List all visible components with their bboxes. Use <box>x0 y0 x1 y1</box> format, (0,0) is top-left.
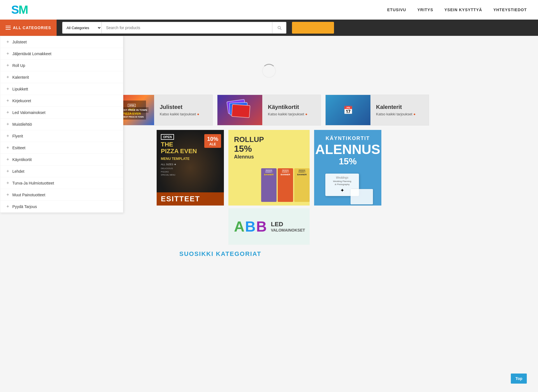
percent-badge-esitteet: 10% ALE <box>204 134 221 148</box>
banner-julisteet-text: Julisteet Katso kaikki tarjoukset ● <box>154 101 212 119</box>
toolbar: ALL CATEGORIES All Categories Julisteet … <box>0 20 538 36</box>
search-icon <box>277 25 282 30</box>
category-select[interactable]: All Categories Julisteet Käyntikortit <box>62 22 101 34</box>
category-icon-rollup: ✦ <box>6 63 10 68</box>
banner-kayntikortit-image <box>217 95 262 125</box>
card-visual-secondary <box>351 189 373 204</box>
category-icon-jaljentavat: ✦ <box>6 51 10 56</box>
dropdown-item-turva[interactable]: ✦ Turva-Ja Hulmiotuotteet <box>0 177 123 189</box>
dropdown-item-julisteet[interactable]: ✦ Julisteet <box>0 36 123 48</box>
led-letter-b1: B <box>245 219 256 234</box>
rollup-title: ROLLUP <box>234 136 304 144</box>
led-subtitle: VALOMAINOKSET <box>271 228 305 232</box>
dropdown-item-flyerit[interactable]: ✦ Flyerit <box>0 130 123 142</box>
card-layer-3 <box>231 104 251 118</box>
arrow-icon-kayntikortit: ● <box>305 112 307 116</box>
action-button[interactable] <box>292 22 334 34</box>
banner-kalenterit-card[interactable]: 📅 Kalenterit Katso kaikki tarjoukset ● <box>325 95 429 125</box>
dropdown-item-led[interactable]: ✦ Led Valomainokset <box>0 107 123 118</box>
banner-julisteet[interactable]: OPEN THEPIZZA EVEN LOWEST PRICE IN TOWN … <box>109 95 213 125</box>
led-text-area: LED VALOMAINOKSET <box>271 221 305 232</box>
logo[interactable]: SM <box>11 3 28 17</box>
all-categories-button[interactable]: ALL CATEGORIES <box>0 20 57 36</box>
dropdown-item-lipukkett[interactable]: ✦ Lipukkett <box>0 83 123 95</box>
category-icon-pyyyda: ✦ <box>6 204 10 209</box>
promo-led[interactable]: A B B LED VALOMAINOKSET <box>228 208 310 245</box>
rollup-percent: 15% <box>234 144 304 154</box>
category-icon-lipukkett: ✦ <box>6 86 10 92</box>
loading-spinner <box>262 64 276 78</box>
header: SM ETUSIVU YRITYS YSEIN KYSYTTYÄ YHTEYST… <box>0 0 538 20</box>
nav-usein[interactable]: YSEIN KYSYTTYÄ <box>444 8 482 12</box>
rollup-content: ROLLUP 15% Alennus <box>228 130 310 165</box>
esitteet-label: ESITTEET <box>161 195 200 203</box>
mini-banner-2: DESIGN AGENCY BANNER <box>278 168 293 202</box>
kaynti-cards-image: Weddings Wedding Planning& Photography ✦ <box>323 171 373 204</box>
category-icon-lehdet: ✦ <box>6 169 10 174</box>
hamburger-icon <box>6 26 11 30</box>
category-icon-esitteet: ✦ <box>6 145 10 150</box>
percent-number: 10% <box>207 136 218 142</box>
banner-kayntikortit-subtitle: Katso kaikki tarjoukset ● <box>268 112 315 116</box>
category-icon-flyerit: ✦ <box>6 133 10 139</box>
suosikki-title: SUOSIKKI KATEGORIAT <box>11 250 527 258</box>
led-letter-a: A <box>234 219 245 234</box>
dropdown-item-jaljentavat[interactable]: ✦ Jäljentävät Lomakkeet <box>0 48 123 60</box>
card-sub-text: Wedding Planning& Photography <box>333 180 351 186</box>
pizza-description: DELICIOUSPIZZASSPECIAL MENU <box>161 167 175 176</box>
banner-julisteet-title: Julisteet <box>160 104 207 110</box>
middle-promo-column: ROLLUP 15% Alennus DESIGN AGENCY BANNER … <box>228 130 310 245</box>
dropdown-item-pyyyda[interactable]: ✦ Pyydä Tarjous <box>0 201 123 213</box>
kalenterit-img: 📅 <box>326 95 370 125</box>
pizza-title-text: THEPIZZA EVEN <box>161 141 197 155</box>
promo-rollup[interactable]: ROLLUP 15% Alennus DESIGN AGENCY BANNER … <box>228 130 310 206</box>
dropdown-item-muistilehti[interactable]: ✦ Muistilehtiö <box>0 118 123 130</box>
banner-kayntikortit-title: Käyntikortit <box>268 104 315 110</box>
promo-esitteet[interactable]: OPEN THEPIZZA EVEN MENU TEMPLATE ALL SIZ… <box>157 130 224 206</box>
dropdown-item-muut[interactable]: ✦ Muut Painotuotteet <box>0 189 123 201</box>
dropdown-item-rollup[interactable]: ✦ Roll Up <box>0 60 123 71</box>
card-wedding-text: Weddings <box>336 176 348 179</box>
arrow-icon-kalenterit: ● <box>413 112 416 116</box>
dropdown-item-kalenterit[interactable]: ✦ Kalenterit <box>0 71 123 83</box>
banner-kalenterit-image: 📅 <box>326 95 370 125</box>
banner-kayntikortit-card[interactable]: Käyntikortit Katso kaikki tarjoukset ● <box>217 95 321 125</box>
kaynti-alennus: ALENNUS <box>315 143 380 156</box>
dropdown-menu: ✦ Julisteet ✦ Jäljentävät Lomakkeet ✦ Ro… <box>0 36 123 213</box>
dropdown-item-kayntikortit[interactable]: ✦ Käyntikortit <box>0 154 123 165</box>
logo-text: SM <box>11 3 28 16</box>
nav-etusivu[interactable]: ETUSIVU <box>387 8 406 12</box>
promo-kayntikortit[interactable]: KÄYNTIKORTIT ALENNUS 15% Weddings Weddin… <box>314 130 381 206</box>
banner-kalenterit-subtitle: Katso kaikki tarjoukset ● <box>376 112 423 116</box>
banner-kalenterit-title: Kalenterit <box>376 104 423 110</box>
dropdown-item-lehdet[interactable]: ✦ Lehdet <box>0 165 123 177</box>
banner-kayntikortit-text: Käyntikortit Katso kaikki tarjoukset ● <box>262 101 321 119</box>
dropdown-item-kirjekuoret[interactable]: ✦ Kirjekuoret <box>0 95 123 107</box>
ale-text: ALE <box>209 142 216 146</box>
nav-yritys[interactable]: YRITYS <box>417 8 433 12</box>
category-icon-julisteet: ✦ <box>6 39 10 45</box>
search-button[interactable] <box>272 22 286 34</box>
kaynti-title: KÄYNTIKORTIT <box>326 136 370 141</box>
pizza-sub: MENU TEMPLATE <box>161 157 189 161</box>
banner-kalenterit-text: Kalenterit Katso kaikki tarjoukset ● <box>370 101 429 119</box>
category-icon-kirjekuoret: ✦ <box>6 98 10 103</box>
category-icon-kalenterit: ✦ <box>6 74 10 80</box>
category-icon-muistilehti: ✦ <box>6 122 10 127</box>
search-input[interactable] <box>101 22 272 34</box>
rollup-alennus: Alennus <box>234 154 304 160</box>
open-sign: OPEN <box>161 134 174 140</box>
kayntikortit-img <box>217 95 262 125</box>
led-letters-container: A B B <box>234 219 267 234</box>
rollup-mini-banners: DESIGN AGENCY BANNER DESIGN AGENCY BANNE… <box>228 168 310 202</box>
esitteet-label-bar: ESITTEET <box>157 192 224 206</box>
category-icon-muut: ✦ <box>6 192 10 197</box>
all-categories-label: ALL CATEGORIES <box>13 25 51 30</box>
led-title: LED <box>271 221 305 228</box>
nav-yhteystiedot[interactable]: YHTEYSTIEDOT <box>493 8 527 12</box>
main-nav: ETUSIVU YRITYS YSEIN KYSYTTYÄ YHTEYSTIED… <box>387 8 527 12</box>
search-area: All Categories Julisteet Käyntikortit <box>62 22 286 34</box>
category-icon-led: ✦ <box>6 110 10 115</box>
dropdown-item-esitteet[interactable]: ✦ Esitteet <box>0 142 123 154</box>
kaynti-percent: 15% <box>339 156 357 167</box>
